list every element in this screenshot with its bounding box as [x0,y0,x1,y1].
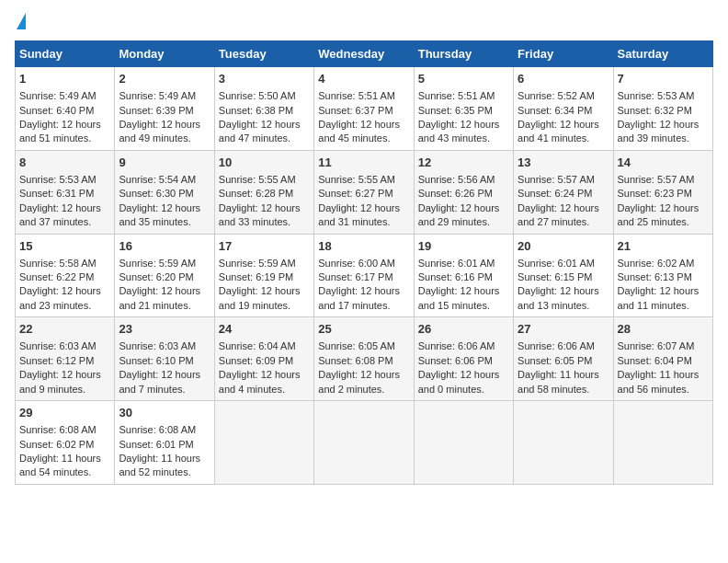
weekday-header-friday: Friday [514,41,613,67]
day-info: Daylight: 11 hours [618,368,709,382]
calendar-cell: 6Sunrise: 5:52 AMSunset: 6:34 PMDaylight… [514,67,613,151]
day-info: Daylight: 12 hours [418,284,509,298]
calendar-cell: 11Sunrise: 5:55 AMSunset: 6:27 PMDayligh… [314,150,414,234]
day-info: and 35 minutes. [119,215,210,229]
day-info: Daylight: 12 hours [19,368,110,382]
day-number: 8 [19,155,110,171]
day-number: 28 [618,321,709,338]
day-info: Daylight: 12 hours [318,368,409,382]
day-info: and 15 minutes. [418,299,509,313]
day-info: Daylight: 12 hours [318,118,409,132]
day-info: Sunrise: 5:57 AM [618,173,709,187]
day-info: and 52 minutes. [119,465,210,479]
day-info: and 58 minutes. [518,383,609,396]
day-number: 11 [318,155,409,171]
day-info: Sunrise: 6:05 AM [318,339,409,353]
day-info: Sunset: 6:08 PM [318,354,409,368]
day-info: Sunrise: 6:01 AM [518,257,609,270]
calendar-cell: 15Sunrise: 5:58 AMSunset: 6:22 PMDayligh… [16,234,115,317]
day-info: Sunset: 6:16 PM [418,270,509,284]
day-info: Daylight: 12 hours [219,284,310,298]
day-info: Daylight: 12 hours [618,201,709,215]
day-info: Sunset: 6:32 PM [618,104,709,118]
day-info: Daylight: 12 hours [19,284,110,298]
day-info: Daylight: 12 hours [219,201,310,215]
day-info: and 2 minutes. [318,383,409,396]
calendar-week-row: 29Sunrise: 6:08 AMSunset: 6:02 PMDayligh… [16,401,713,485]
day-number: 13 [518,155,609,171]
day-info: Sunset: 6:26 PM [418,187,509,201]
day-info: Sunrise: 6:08 AM [119,423,210,437]
day-number: 9 [119,155,210,171]
calendar-cell [613,401,712,485]
day-info: Sunset: 6:35 PM [418,104,509,118]
day-info: Daylight: 12 hours [19,201,110,215]
day-number: 2 [119,71,210,87]
day-info: and 23 minutes. [19,299,110,313]
day-info: Sunset: 6:17 PM [318,270,409,284]
calendar-cell: 26Sunrise: 6:06 AMSunset: 6:06 PMDayligh… [414,317,513,401]
day-info: Sunrise: 5:51 AM [318,89,409,103]
day-info: Sunset: 6:02 PM [19,438,110,452]
day-info: Sunrise: 5:59 AM [119,257,210,270]
day-info: Sunrise: 6:07 AM [618,339,709,353]
weekday-header-monday: Monday [115,41,214,67]
day-info: Daylight: 12 hours [518,118,609,132]
day-number: 26 [418,321,509,338]
day-info: Sunset: 6:05 PM [518,354,609,368]
day-info: and 17 minutes. [318,299,409,313]
calendar-cell: 16Sunrise: 5:59 AMSunset: 6:20 PMDayligh… [115,234,214,317]
day-info: Sunset: 6:01 PM [119,438,210,452]
weekday-header-wednesday: Wednesday [314,41,414,67]
calendar-cell: 25Sunrise: 6:05 AMSunset: 6:08 PMDayligh… [314,317,414,401]
day-number: 23 [119,321,210,338]
day-number: 5 [418,71,509,87]
day-number: 19 [418,238,509,255]
day-info: Sunset: 6:12 PM [19,354,110,368]
day-info: Sunset: 6:37 PM [318,104,409,118]
day-info: Sunset: 6:20 PM [119,270,210,284]
day-info: Daylight: 12 hours [418,118,509,132]
day-number: 6 [518,71,609,87]
calendar-cell: 18Sunrise: 6:00 AMSunset: 6:17 PMDayligh… [314,234,414,317]
day-info: and 56 minutes. [618,383,709,396]
day-info: and 43 minutes. [418,132,509,145]
weekday-header-tuesday: Tuesday [214,41,313,67]
day-info: Sunrise: 6:02 AM [618,257,709,270]
day-info: and 29 minutes. [418,215,509,229]
weekday-header-saturday: Saturday [613,41,712,67]
calendar-cell: 8Sunrise: 5:53 AMSunset: 6:31 PMDaylight… [16,150,115,234]
day-number: 10 [219,155,310,171]
calendar-cell: 4Sunrise: 5:51 AMSunset: 6:37 PMDaylight… [314,67,414,151]
calendar-cell: 20Sunrise: 6:01 AMSunset: 6:15 PMDayligh… [514,234,613,317]
day-info: Daylight: 11 hours [19,452,110,465]
calendar-cell: 27Sunrise: 6:06 AMSunset: 6:05 PMDayligh… [514,317,613,401]
day-number: 21 [618,238,709,255]
day-number: 25 [318,321,409,338]
day-info: Sunset: 6:28 PM [219,187,310,201]
day-info: Daylight: 12 hours [518,284,609,298]
day-info: Daylight: 12 hours [618,118,709,132]
calendar-cell: 3Sunrise: 5:50 AMSunset: 6:38 PMDaylight… [214,67,313,151]
day-info: Sunrise: 5:51 AM [418,89,509,103]
day-number: 24 [219,321,310,338]
day-number: 17 [219,238,310,255]
day-info: Sunrise: 6:08 AM [19,423,110,437]
day-info: Sunrise: 6:00 AM [318,257,409,270]
day-info: Daylight: 12 hours [418,201,509,215]
day-info: Sunrise: 5:49 AM [119,89,210,103]
day-info: Sunrise: 6:06 AM [418,339,509,353]
day-info: Sunset: 6:22 PM [19,270,110,284]
calendar-cell: 22Sunrise: 6:03 AMSunset: 6:12 PMDayligh… [16,317,115,401]
day-number: 16 [119,238,210,255]
day-info: and 9 minutes. [19,383,110,396]
day-info: Daylight: 12 hours [119,201,210,215]
day-info: Sunset: 6:13 PM [618,270,709,284]
day-info: and 21 minutes. [119,299,210,313]
day-info: Sunset: 6:31 PM [19,187,110,201]
calendar-cell: 14Sunrise: 5:57 AMSunset: 6:23 PMDayligh… [613,150,712,234]
day-info: Sunset: 6:23 PM [618,187,709,201]
day-info: Daylight: 11 hours [518,368,609,382]
day-info: Sunset: 6:27 PM [318,187,409,201]
calendar-cell: 23Sunrise: 6:03 AMSunset: 6:10 PMDayligh… [115,317,214,401]
